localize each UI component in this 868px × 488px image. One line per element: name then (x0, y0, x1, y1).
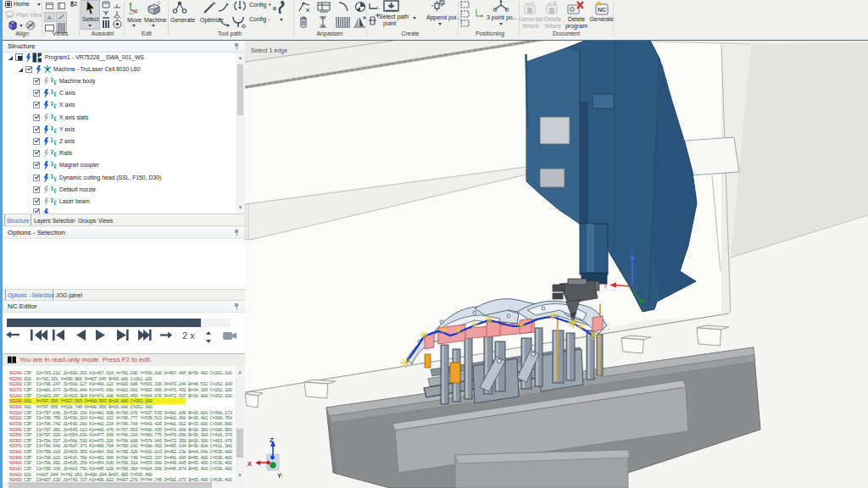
svg-text:NC: NC (598, 7, 606, 13)
svg-text:X: X (604, 283, 608, 289)
svg-text:Z: Z (270, 436, 274, 444)
svg-text:X: X (248, 460, 252, 468)
svg-text:2 x: 2 x (182, 330, 195, 341)
svg-text:z: z (631, 250, 633, 255)
svg-text:Y: Y (277, 472, 281, 480)
